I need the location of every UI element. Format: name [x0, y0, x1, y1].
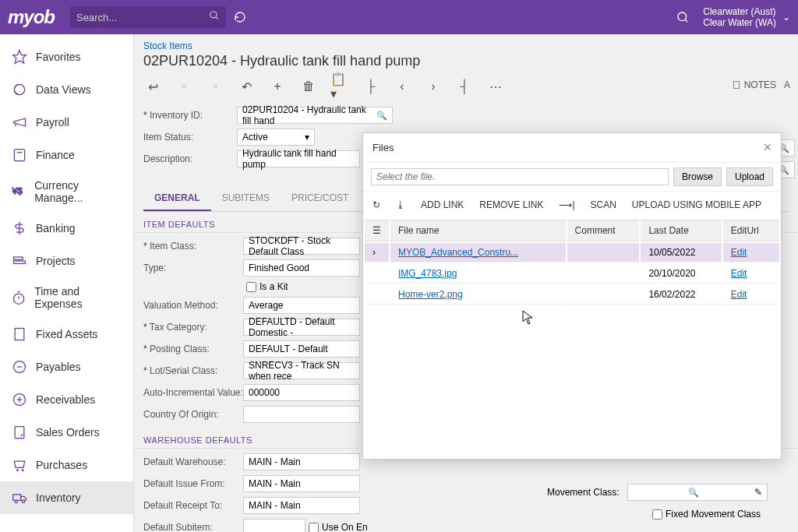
notes-link[interactable]: NOTES A	[732, 79, 790, 90]
sidebar-item-favorites[interactable]: Favorites	[0, 41, 133, 73]
auto-input[interactable]: 000000	[243, 384, 360, 401]
fixed-movement-checkbox[interactable]: Fixed Movement Class	[652, 509, 761, 520]
top-header: myob Clearwater (Aust) Clear Water (WA) …	[0, 0, 798, 34]
posting-input[interactable]: DEFAULT - Default	[243, 340, 360, 358]
svg-point-33	[22, 500, 24, 502]
next-icon[interactable]: ›	[424, 77, 443, 96]
type-input[interactable]: Finished Good	[243, 259, 360, 277]
refresh-icon[interactable]	[226, 3, 254, 31]
svg-line-1	[216, 17, 218, 19]
tab-subitems[interactable]: SUBITEMS	[211, 186, 281, 211]
copy-icon[interactable]: 📋▾	[330, 77, 349, 96]
sidebar-item-finance[interactable]: Finance	[0, 139, 133, 171]
back-icon[interactable]: ↩	[143, 77, 162, 96]
table-row[interactable]: Home-ver2.png16/02/2022Edit	[365, 285, 779, 305]
refresh-icon[interactable]: ↻	[373, 199, 380, 210]
sidebar-item-inventory[interactable]: Inventory	[0, 481, 133, 514]
close-icon[interactable]: ×	[763, 139, 772, 156]
save-close-icon[interactable]: ▫	[206, 77, 224, 96]
inventory-id-input[interactable]: 02PUR10204 - Hydraulic tank fill hand🔍	[237, 107, 393, 124]
svg-line-3	[686, 19, 688, 22]
sidebar-item-time[interactable]: Time and Expenses	[0, 277, 133, 318]
tab-general[interactable]: GENERAL	[143, 186, 211, 211]
sidebar-item-receivables[interactable]: Receivables	[0, 383, 133, 416]
building-icon	[11, 326, 28, 343]
files-dialog: Files × Browse Upload ↻ ⭳ ADD LINK REMOV…	[362, 132, 782, 460]
item-status-label: Item Status:	[143, 132, 237, 143]
def-wh-input[interactable]: MAIN - Main	[243, 453, 360, 470]
lookup-icon: 🔍	[688, 488, 699, 498]
svg-rect-6	[14, 150, 24, 161]
is-kit-checkbox[interactable]: Is a Kit	[246, 281, 288, 292]
scan-button[interactable]: SCAN	[591, 199, 616, 210]
download-icon[interactable]: ⭳	[396, 199, 405, 210]
file-select-input[interactable]	[371, 168, 669, 185]
col-date[interactable]: Last Date	[641, 220, 721, 241]
search-box[interactable]	[70, 6, 226, 28]
files-table: ☰ File name Comment Last Date EditUrl ›M…	[363, 218, 781, 306]
fit-icon[interactable]: ⟶|	[559, 199, 574, 210]
delete-icon[interactable]: 🗑	[299, 77, 318, 96]
movement-input[interactable]: 🔍 ✎	[627, 484, 768, 501]
search-input[interactable]	[76, 12, 209, 23]
save-icon[interactable]: ▫	[175, 77, 193, 96]
help-icon[interactable]	[669, 3, 697, 31]
table-row[interactable]: IMG_4783.jpg20/10/2020Edit	[365, 264, 779, 284]
stopwatch-icon	[11, 289, 26, 306]
remove-link-button[interactable]: REMOVE LINK	[479, 199, 543, 210]
inventory-id-label: Inventory ID:	[143, 110, 237, 121]
browse-button[interactable]: Browse	[673, 167, 722, 186]
sidebar-item-sales-orders[interactable]: Sales Orders	[0, 416, 133, 449]
origin-input[interactable]	[243, 406, 360, 423]
sidebar-item-fixed-assets[interactable]: Fixed Assets	[0, 318, 133, 351]
def-issue-input[interactable]: MAIN - Main	[243, 475, 360, 492]
svg-rect-28	[15, 427, 24, 439]
def-sub-input[interactable]	[243, 519, 305, 532]
breadcrumb[interactable]: Stock Items	[134, 34, 798, 53]
lot-input[interactable]: SNRECV3 - Track SN when rece	[243, 362, 360, 379]
company-selector[interactable]: Clearwater (Aust) Clear Water (WA)	[703, 6, 776, 28]
sidebar-item-banking[interactable]: Banking	[0, 212, 133, 245]
add-icon[interactable]: +	[268, 77, 287, 96]
tax-cat-input[interactable]: DEFAULTD - Default Domestic -	[243, 319, 360, 336]
movement-label: Movement Class:	[547, 487, 620, 498]
col-edit[interactable]: EditUrl	[723, 220, 779, 241]
logo: myob	[8, 6, 55, 28]
svg-point-32	[15, 500, 17, 502]
col-comment[interactable]: Comment	[567, 220, 640, 241]
sidebar-item-data-views[interactable]: Data Views	[0, 73, 133, 106]
lookup-icon[interactable]: 🔍	[376, 111, 387, 121]
first-icon[interactable]: ├	[362, 77, 380, 96]
item-status-select[interactable]: Active▾	[237, 129, 315, 146]
sidebar-item-payables[interactable]: Payables	[0, 351, 133, 383]
sidebar-item-projects[interactable]: Projects	[0, 245, 133, 277]
svg-rect-13	[14, 257, 23, 259]
item-class-input[interactable]: STOCKDFT - Stock Default Class	[243, 238, 360, 255]
svg-point-15	[13, 294, 23, 304]
prev-icon[interactable]: ‹	[393, 77, 411, 96]
toolbar: ↩ ▫ ▫ ↶ + 🗑 📋▾ ├ ‹ › ┤ ⋯	[134, 74, 798, 99]
star-icon	[11, 48, 28, 65]
last-icon[interactable]: ┤	[455, 77, 474, 96]
mobile-upload-button[interactable]: UPLOAD USING MOBILE APP	[632, 199, 761, 210]
undo-icon[interactable]: ↶	[237, 77, 256, 96]
def-receipt-input[interactable]: MAIN - Main	[243, 497, 360, 514]
search-icon[interactable]	[209, 10, 220, 24]
sidebar-item-purchases[interactable]: Purchases	[0, 449, 133, 481]
chevron-down-icon[interactable]: ⌄	[782, 12, 790, 23]
tab-price[interactable]: PRICE/COST	[281, 186, 359, 211]
description-input[interactable]: Hydraulic tank fill hand pump	[237, 150, 360, 167]
col-filename[interactable]: File name	[390, 220, 566, 241]
upload-button[interactable]: Upload	[726, 167, 773, 186]
chevron-down-icon: ▾	[305, 132, 309, 143]
cart-icon	[11, 456, 28, 474]
table-row[interactable]: ›MYOB_Advanced_Constru...10/05/2022Edit	[365, 243, 779, 262]
description-label: Description:	[143, 153, 237, 164]
sidebar-item-currency[interactable]: ¥$Currency Manage...	[0, 171, 133, 212]
valuation-input[interactable]: Average	[243, 297, 360, 314]
more-icon[interactable]: ⋯	[486, 77, 505, 96]
use-on-en-checkbox[interactable]: Use On En	[309, 522, 368, 532]
svg-point-0	[210, 12, 217, 18]
sidebar-item-payroll[interactable]: Payroll	[0, 106, 133, 139]
add-link-button[interactable]: ADD LINK	[421, 199, 464, 210]
